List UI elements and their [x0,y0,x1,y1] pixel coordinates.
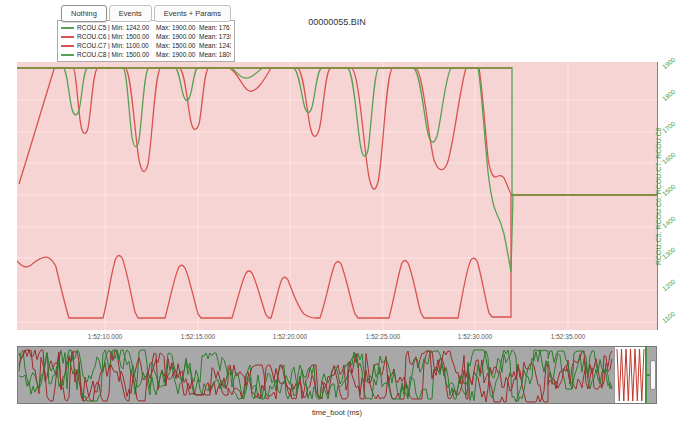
legend-series-min: RCOU.C7 | Min: 1100.00 [77,42,156,49]
y-tick-label: 1900 [661,46,689,70]
range-selector-scrubber[interactable] [17,346,657,404]
legend-series-max: Max: 1500.00 [156,42,199,49]
legend-row-rcou-c5: RCOU.C5 | Min: 1242.00 Max: 1900.00 Mean… [61,23,231,32]
series-rcou-c5-path [17,68,657,272]
x-tick-label: 1:52:30.000 [440,333,510,340]
x-tick-label: 1:52:20.000 [255,333,325,340]
legend-row-rcou-c8: RCOU.C8 | Min: 1500.00 Max: 1900.00 Mean… [61,50,231,59]
legend-series-min: RCOU.C6 | Min: 1500.00 [77,33,156,40]
legend-series-mean: Mean: 1243.01 [199,42,231,49]
overview-tail-waveform-svg [615,347,646,404]
legend-series-mean: Mean: 1739.77 [199,33,231,40]
x-tick-label: 1:52:15.000 [163,333,233,340]
log-viewer-page: Nothing Events Events + Params 00000055.… [0,0,690,421]
range-selector-handle[interactable] [650,360,656,390]
legend-row-rcou-c6: RCOU.C6 | Min: 1500.00 Max: 1900.00 Mean… [61,32,231,41]
legend-series-max: Max: 1900.00 [156,51,199,58]
series-legend: RCOU.C5 | Min: 1242.00 Max: 1900.00 Mean… [57,20,235,62]
series-color-swatch [61,54,74,56]
series-rcou-c7-path [17,195,657,318]
tab-nothing[interactable]: Nothing [61,5,107,22]
legend-series-max: Max: 1900.00 [156,24,199,31]
annotation-tab-bar: Nothing Events Events + Params [61,5,231,22]
overview-tail-region [614,347,646,404]
series-color-swatch [61,27,74,29]
tab-events-params[interactable]: Events + Params [154,5,231,22]
gridlines [17,62,657,330]
legend-series-max: Max: 1900.00 [156,33,199,40]
series-color-swatch [61,45,74,47]
x-axis-title: time_boot (ms) [17,408,657,417]
overview-tail-red-zigzag [617,349,644,401]
legend-series-mean: Mean: 1809.04 [199,51,231,58]
legend-series-min: RCOU.C5 | Min: 1242.00 [77,24,156,31]
overview-waveform-svg [18,347,656,403]
x-tick-label: 1:52:10.000 [70,333,140,340]
main-chart-canvas[interactable] [17,62,657,330]
tab-events[interactable]: Events [109,5,152,22]
legend-series-min: RCOU.C8 | Min: 1500.00 [77,51,156,58]
main-chart-svg [17,62,657,330]
x-tick-label: 1:52:35.000 [533,333,603,340]
series-color-swatch [61,36,74,38]
legend-series-mean: Mean: 1767.08 [199,24,231,31]
x-tick-label: 1:52:25.000 [348,333,418,340]
legend-row-rcou-c7: RCOU.C7 | Min: 1100.00 Max: 1500.00 Mean… [61,41,231,50]
